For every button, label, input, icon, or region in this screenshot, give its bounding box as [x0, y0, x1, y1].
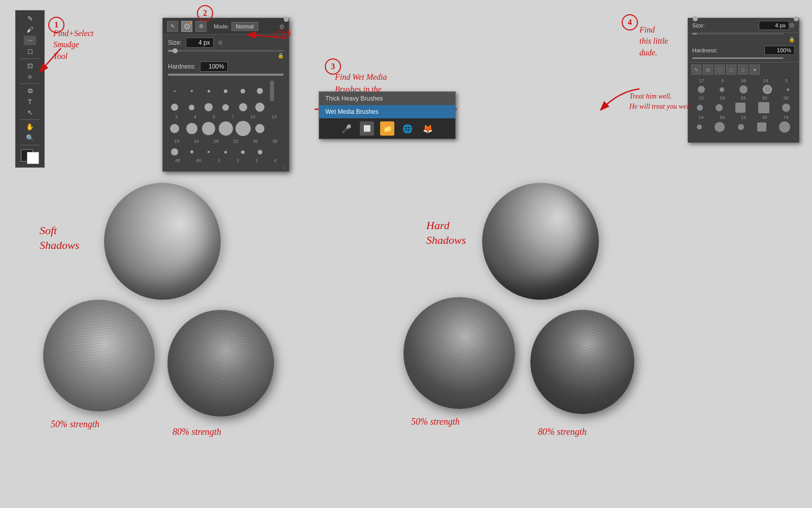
brush-dot-5[interactable]	[235, 81, 251, 101]
toolbar-type-icon[interactable]: T	[24, 97, 36, 107]
right-gear-icon[interactable]: ⚙	[789, 22, 795, 29]
mode-dropdown[interactable]: Normal	[231, 22, 258, 31]
brush-dot-6[interactable]	[252, 81, 268, 101]
bd24[interactable]	[252, 148, 268, 155]
brush-preset-icon-5[interactable]: ◇	[738, 65, 748, 75]
toolbar-brush-icon[interactable]: 🖌	[24, 24, 36, 34]
bd20[interactable]	[184, 148, 200, 155]
brush-dot-9[interactable]	[201, 103, 217, 112]
bl17: 3	[255, 158, 258, 163]
bl6: 13	[272, 114, 277, 119]
toolbar-select-icon[interactable]: ⊡	[24, 61, 36, 71]
bd21[interactable]	[201, 148, 217, 155]
right-size-input[interactable]	[759, 21, 789, 30]
brush-dot-4[interactable]	[218, 81, 234, 101]
size-settings-icon[interactable]: ⚙	[218, 40, 223, 46]
rg-dot4-selected[interactable]	[763, 85, 772, 94]
rg-dot6[interactable]	[697, 105, 703, 111]
right-resize-icon: ⤡	[793, 136, 797, 141]
brush-dot-10[interactable]	[218, 103, 234, 112]
bl15: 1	[218, 158, 220, 163]
brush-settings-gear[interactable]: ⚙	[279, 22, 285, 31]
rg-dot7[interactable]	[716, 104, 723, 111]
toolbar-hand-icon[interactable]: ✋	[24, 122, 36, 132]
rg-dot13[interactable]	[738, 124, 744, 130]
right-hardness-input[interactable]	[764, 46, 795, 55]
taskbar-firefox-icon[interactable]: 🦊	[421, 121, 435, 136]
brush-preset-btn[interactable]: ⊙ ▼	[181, 21, 192, 32]
taskbar-folder-icon[interactable]: 📁	[380, 121, 394, 136]
bl8: 24	[194, 139, 199, 144]
bd16[interactable]	[218, 121, 234, 136]
brush-dot-8[interactable]	[184, 103, 200, 112]
fur-overlay-1	[43, 300, 155, 411]
toolbar-arrow-icon[interactable]: ↖	[24, 108, 36, 117]
brush-dot-3[interactable]	[201, 81, 217, 101]
hardness-slider[interactable]	[168, 74, 284, 76]
right-hardness-slider[interactable]	[692, 57, 784, 59]
dropdown-item-wet[interactable]: Wet Media Brushes	[319, 105, 455, 118]
rg-dot9-special[interactable]	[758, 102, 769, 113]
bd17[interactable]	[235, 121, 251, 136]
bd13[interactable]	[167, 121, 183, 136]
brush-preset-icon-3[interactable]: ⬚	[715, 65, 725, 75]
mode-label: Mode:	[214, 23, 229, 29]
brush-dot-7[interactable]	[167, 103, 183, 112]
right-size-label: Size:	[692, 22, 704, 28]
bl12: 38	[273, 139, 278, 144]
brush-labels-3: 48 60 1 2 3 4	[163, 157, 289, 164]
brush-settings-btn[interactable]: ⚙	[195, 21, 207, 32]
rg-dot10[interactable]	[782, 104, 790, 112]
toolbar-lasso-icon[interactable]: ⌾	[24, 72, 36, 81]
taskbar-mic-icon[interactable]: 🎤	[340, 121, 354, 136]
bd19[interactable]	[167, 148, 183, 155]
brush-dot-1[interactable]	[167, 81, 183, 101]
brush-dot-2[interactable]	[184, 81, 200, 101]
size-label: Size:	[168, 39, 182, 46]
dropdown-item-thick[interactable]: Thick Heavy Brushes	[319, 92, 455, 105]
brush-dot-12[interactable]	[252, 103, 268, 112]
panel-resize[interactable]: ⤡	[163, 164, 289, 171]
toolbar-smudge-icon[interactable]: 〰	[24, 36, 36, 45]
rgl12: 54	[720, 115, 725, 120]
rgl2: 9	[721, 78, 724, 83]
rg-dot1[interactable]	[698, 86, 705, 93]
toolbar-zoom-icon[interactable]: 🔍	[24, 133, 36, 143]
size-input[interactable]	[186, 38, 214, 48]
toolbar-eraser-icon[interactable]: ◻	[24, 46, 36, 56]
background-color-swatch[interactable]	[27, 152, 39, 164]
rg-dot12[interactable]	[715, 122, 725, 132]
right-panel-resize[interactable]: ⤡	[688, 135, 799, 142]
rg-dot11[interactable]	[697, 124, 702, 130]
rg-dot2[interactable]	[720, 87, 724, 92]
brush-dot-11[interactable]	[235, 103, 251, 112]
right-size-slider[interactable]	[692, 33, 784, 35]
bd22[interactable]	[218, 148, 234, 155]
brush-preset-icon-1[interactable]: ✎	[691, 65, 701, 75]
size-slider[interactable]	[168, 50, 284, 52]
toolbar-crop-icon[interactable]: ⧉	[24, 86, 36, 96]
bd14[interactable]	[184, 121, 200, 136]
hardness-input[interactable]	[200, 61, 228, 72]
brush-grid	[163, 79, 289, 114]
bd15[interactable]	[201, 121, 217, 136]
brush-preset-icon-6[interactable]: ✦	[750, 65, 760, 75]
brush-preset-icon-4[interactable]: ⬡	[726, 65, 736, 75]
bd23[interactable]	[235, 148, 251, 155]
toolbar-pen-icon[interactable]: ✎	[24, 14, 36, 23]
rg-dot8[interactable]	[735, 103, 746, 113]
brush-type-btn[interactable]: ✎	[167, 21, 178, 32]
rgl4: 24	[763, 78, 768, 83]
toolbar-color-box[interactable]	[21, 149, 39, 164]
taskbar-chrome-icon[interactable]: 🌐	[400, 121, 415, 136]
rg-dot3[interactable]	[739, 85, 748, 93]
rgl7: 19	[720, 96, 725, 101]
rg-dot5[interactable]	[787, 88, 789, 91]
rg-dot14[interactable]	[757, 122, 766, 132]
dropdown-taskbar: 🎤 ⬜ 📁 🌐 🦊	[319, 118, 455, 139]
bd18[interactable]	[252, 121, 268, 136]
brush-preset-icon-2[interactable]: ⊙	[703, 65, 713, 75]
taskbar-window-icon[interactable]: ⬜	[360, 121, 374, 136]
right-grid-row3-dots	[691, 120, 796, 134]
rg-dot15[interactable]	[779, 121, 790, 133]
